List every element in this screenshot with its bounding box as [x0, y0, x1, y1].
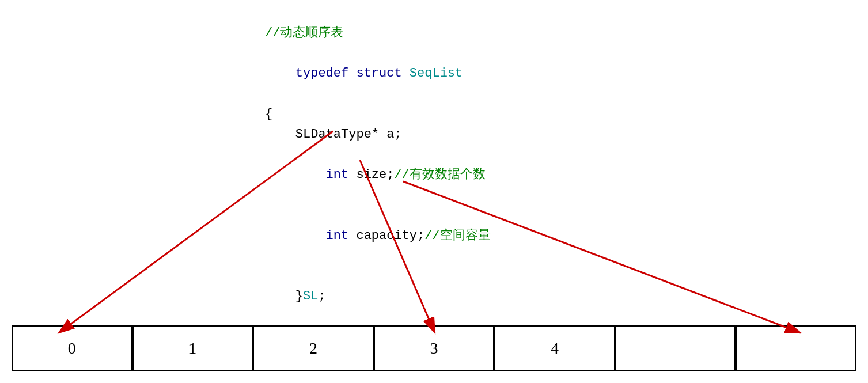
struct-name: SeqList — [410, 66, 463, 81]
array-cell-3: 3 — [374, 327, 495, 370]
comment-line: //动态顺序表 — [265, 23, 491, 43]
capacity-comment: //空间容量 — [424, 229, 490, 243]
keyword-typedef: typedef struct — [295, 66, 410, 81]
size-text: size; — [348, 168, 394, 182]
keyword-int-capacity: int — [295, 229, 348, 243]
array-cell-1: 1 — [132, 327, 253, 370]
array-cell-6 — [736, 327, 856, 370]
semicolon: ; — [318, 289, 325, 304]
array-cell-2: 2 — [253, 327, 374, 370]
size-comment: //有效数据个数 — [394, 168, 485, 182]
typedef-line: typedef struct SeqList — [265, 43, 491, 104]
array-cell-0: 0 — [12, 327, 132, 370]
keyword-int-size: int — [295, 168, 348, 182]
array-cell-4: 4 — [494, 327, 615, 370]
member-capacity-line: int capacity;//空间容量 — [265, 206, 491, 267]
array-container: 01234 — [12, 325, 856, 371]
close-line: }SL; — [265, 266, 491, 327]
alias-sl: SL — [303, 289, 318, 304]
code-block: //动态顺序表 typedef struct SeqList { SLDataT… — [265, 23, 491, 327]
array-cell-5 — [615, 327, 736, 370]
member-size-line: int size;//有效数据个数 — [265, 145, 491, 206]
capacity-text: capacity; — [348, 229, 424, 243]
open-brace: { — [265, 104, 491, 124]
close-brace: } — [295, 289, 303, 304]
member-a: SLDataType* a; — [265, 124, 491, 145]
